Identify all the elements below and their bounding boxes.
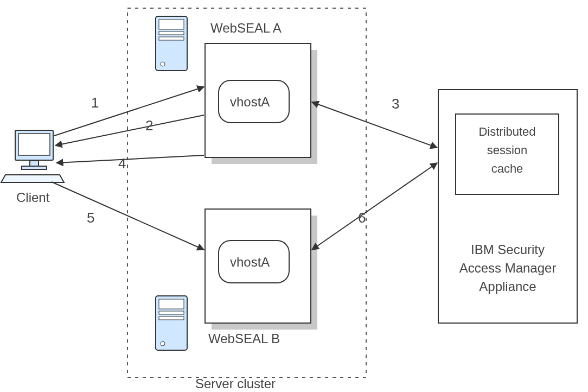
server-cluster-label: Server cluster: [195, 376, 276, 391]
svg-point-8: [161, 62, 165, 66]
vhost-a-label: vhostA: [230, 94, 270, 109]
svg-rect-12: [159, 317, 184, 320]
server-a-icon: [156, 16, 187, 71]
architecture-diagram: Server cluster Client WebSEAL A vhostA W…: [0, 0, 588, 392]
svg-rect-3: [22, 166, 47, 169]
client-workstation-icon: [1, 130, 64, 182]
cache-line3: cache: [491, 162, 523, 175]
appliance-line2: Access Manager: [459, 261, 557, 275]
webseal-b-label: WebSEAL B: [208, 331, 280, 346]
arrow-2: [55, 115, 204, 146]
arrow-5: [52, 182, 204, 250]
webseal-a-label: WebSEAL A: [210, 21, 282, 35]
arrow-6: [312, 163, 437, 250]
step-6: 6: [358, 210, 366, 226]
cache-line2: session: [487, 143, 528, 157]
vhost-b-label: vhostA: [230, 255, 270, 269]
svg-rect-2: [30, 161, 39, 166]
step-4: 4: [118, 155, 126, 172]
svg-rect-11: [159, 311, 184, 314]
svg-rect-6: [159, 31, 184, 35]
step-3: 3: [392, 96, 399, 112]
svg-rect-1: [18, 134, 50, 155]
svg-point-13: [161, 342, 165, 346]
arrow-4: [56, 155, 204, 163]
svg-rect-10: [159, 299, 184, 309]
server-b-icon: [156, 296, 187, 350]
svg-rect-7: [159, 37, 184, 40]
appliance-line3: Appliance: [479, 279, 536, 294]
client-label: Client: [16, 190, 50, 205]
step-2: 2: [145, 117, 153, 134]
step-1: 1: [91, 94, 99, 111]
arrow-3: [312, 102, 437, 148]
appliance-line1: IBM Security: [471, 242, 545, 257]
svg-rect-5: [159, 20, 184, 29]
arrow-1: [54, 87, 204, 136]
cache-line1: Distributed: [478, 125, 535, 138]
step-5: 5: [87, 210, 94, 226]
